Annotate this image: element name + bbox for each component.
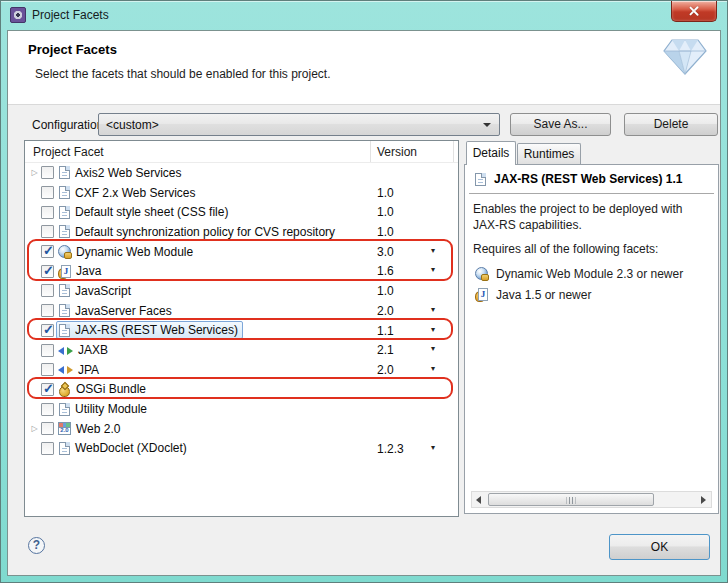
ok-button[interactable]: OK: [609, 534, 710, 560]
facet-checkbox[interactable]: [41, 225, 54, 238]
delete-button[interactable]: Delete: [624, 113, 718, 136]
facet-checkbox[interactable]: [41, 206, 54, 219]
facet-version[interactable]: 1.2.3: [377, 442, 404, 456]
facet-version[interactable]: 2.1: [377, 343, 394, 357]
facet-entry[interactable]: Utility Module: [56, 400, 152, 418]
facet-entry[interactable]: JAXB: [56, 341, 113, 359]
required-facet-label: Dynamic Web Module 2.3 or newer: [496, 267, 683, 281]
version-dropdown-icon[interactable]: ▾: [431, 344, 435, 353]
facet-checkbox[interactable]: [41, 344, 54, 357]
facet-row[interactable]: JPA 2.0 ▾: [25, 360, 458, 380]
requirements-list: Dynamic Web Module 2.3 or newer Java 1.5…: [475, 263, 683, 305]
requires-label: Requires all of the following facets:: [473, 242, 658, 256]
horizontal-scrollbar[interactable]: [471, 491, 712, 508]
expand-arrow-icon[interactable]: ▷: [28, 424, 41, 433]
facet-table-header[interactable]: Project Facet Version: [25, 141, 458, 163]
facet-label: Axis2 Web Services: [75, 166, 181, 180]
facet-table: Project Facet Version ▷ Axis2 Web Servic…: [24, 140, 459, 517]
facet-row[interactable]: ▷ Web 2.0: [25, 419, 458, 439]
facet-checkbox[interactable]: [41, 363, 54, 376]
tab-runtimes[interactable]: Runtimes: [517, 143, 581, 165]
details-title: JAX-RS (REST Web Services) 1.1: [494, 172, 683, 186]
facet-version[interactable]: 2.0: [377, 304, 394, 318]
configuration-combobox[interactable]: <custom>: [98, 113, 500, 136]
facet-checkbox[interactable]: [41, 245, 54, 258]
facet-row[interactable]: WebDoclet (XDoclet) 1.2.3 ▾: [25, 439, 458, 459]
scroll-left-icon[interactable]: [475, 496, 483, 504]
facet-row[interactable]: Default style sheet (CSS file) 1.0: [25, 202, 458, 222]
facet-version[interactable]: 1.0: [377, 225, 394, 239]
facet-row[interactable]: JavaScript 1.0: [25, 281, 458, 301]
tab-details[interactable]: Details: [466, 141, 516, 165]
facet-label: JavaScript: [75, 284, 131, 298]
version-dropdown-icon[interactable]: ▾: [431, 443, 435, 452]
facet-entry[interactable]: Default style sheet (CSS file): [56, 203, 233, 221]
facet-entry[interactable]: OSGi Bundle: [56, 380, 151, 398]
java-icon: [58, 265, 71, 278]
facet-row[interactable]: JAX-RS (REST Web Services) 1.1 ▾: [25, 321, 458, 341]
help-button[interactable]: ?: [28, 537, 45, 554]
facet-entry[interactable]: CXF 2.x Web Services: [56, 184, 200, 202]
facet-label: Default style sheet (CSS file): [75, 205, 228, 219]
facet-checkbox[interactable]: [41, 186, 54, 199]
facet-version[interactable]: 1.0: [377, 205, 394, 219]
facet-row[interactable]: Utility Module: [25, 399, 458, 419]
facet-checkbox[interactable]: [41, 166, 54, 179]
facet-entry[interactable]: JavaScript: [56, 282, 136, 300]
scrollbar-thumb[interactable]: [488, 493, 654, 506]
doc-icon: [59, 324, 70, 337]
facet-entry[interactable]: Web 2.0: [56, 420, 125, 438]
facet-entry[interactable]: Dynamic Web Module: [56, 243, 198, 261]
facet-checkbox[interactable]: [41, 403, 54, 416]
facet-label: JPA: [78, 363, 99, 377]
facet-row[interactable]: Default synchronization policy for CVS r…: [25, 222, 458, 242]
facet-row[interactable]: OSGi Bundle: [25, 380, 458, 400]
facet-entry[interactable]: WebDoclet (XDoclet): [56, 439, 192, 457]
facet-checkbox[interactable]: [41, 304, 54, 317]
expand-arrow-icon[interactable]: ▷: [28, 168, 41, 177]
facet-version[interactable]: 2.0: [377, 363, 394, 377]
facet-version[interactable]: 1.6: [377, 264, 394, 278]
facet-entry[interactable]: JPA: [56, 361, 104, 379]
facet-row[interactable]: Dynamic Web Module 3.0 ▾: [25, 242, 458, 262]
version-dropdown-icon[interactable]: ▾: [431, 246, 435, 255]
facet-row[interactable]: ▷ Axis2 Web Services: [25, 163, 458, 183]
scroll-right-icon[interactable]: [700, 496, 708, 504]
close-button[interactable]: [671, 1, 717, 22]
doc-icon: [59, 186, 70, 199]
facet-checkbox[interactable]: [41, 442, 54, 455]
version-dropdown-icon[interactable]: ▾: [431, 265, 435, 274]
facet-checkbox[interactable]: [41, 383, 54, 396]
facet-label: Utility Module: [75, 402, 147, 416]
doc-icon: [59, 166, 70, 179]
column-header-version[interactable]: Version: [377, 145, 417, 159]
save-as-button[interactable]: Save As...: [510, 113, 611, 136]
version-dropdown-icon[interactable]: ▾: [431, 325, 435, 334]
version-dropdown-icon[interactable]: ▾: [431, 364, 435, 373]
facet-entry[interactable]: Java: [56, 262, 106, 280]
facet-entry[interactable]: JavaServer Faces: [56, 302, 177, 320]
facet-entry[interactable]: Default synchronization policy for CVS r…: [56, 223, 340, 241]
facet-checkbox[interactable]: [41, 265, 54, 278]
facet-entry[interactable]: Axis2 Web Services: [56, 164, 186, 182]
facet-version[interactable]: 1.0: [377, 284, 394, 298]
facet-row[interactable]: JavaServer Faces 2.0 ▾: [25, 301, 458, 321]
facet-version[interactable]: 1.1: [377, 324, 394, 338]
facet-row[interactable]: CXF 2.x Web Services 1.0: [25, 183, 458, 203]
facet-checkbox[interactable]: [41, 422, 54, 435]
version-dropdown-icon[interactable]: ▾: [431, 305, 435, 314]
facet-row[interactable]: Java 1.6 ▾: [25, 261, 458, 281]
dynamic-web-icon: [58, 245, 71, 258]
column-divider[interactable]: [453, 141, 454, 162]
column-header-project-facet[interactable]: Project Facet: [33, 145, 104, 159]
facet-row[interactable]: JAXB 2.1 ▾: [25, 340, 458, 360]
column-divider[interactable]: [370, 141, 371, 162]
facet-label: WebDoclet (XDoclet): [75, 441, 187, 455]
facet-version[interactable]: 3.0: [377, 245, 394, 259]
title-bar[interactable]: Project Facets: [1, 1, 727, 30]
facet-version[interactable]: 1.0: [377, 186, 394, 200]
facet-checkbox[interactable]: [41, 284, 54, 297]
details-panel: JAX-RS (REST Web Services) 1.1 Enables t…: [464, 164, 719, 514]
facet-checkbox[interactable]: [41, 324, 54, 337]
facet-entry[interactable]: JAX-RS (REST Web Services): [56, 321, 243, 339]
